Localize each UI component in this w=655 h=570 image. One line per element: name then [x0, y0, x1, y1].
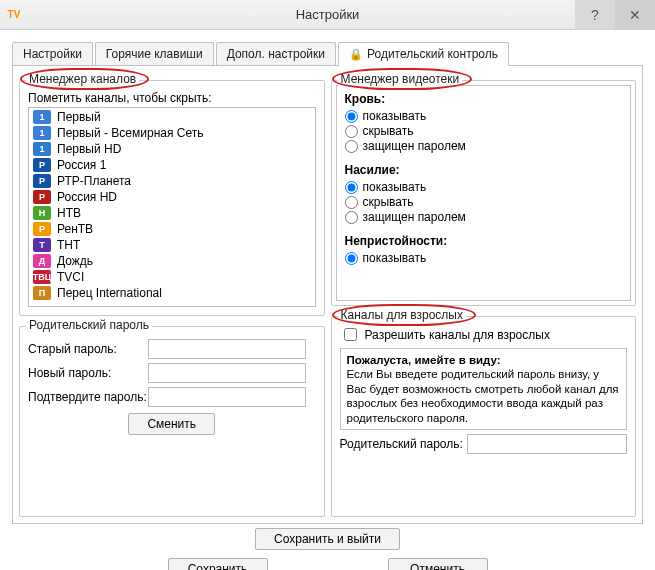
- channel-logo-icon: 1: [33, 142, 51, 156]
- close-button[interactable]: ✕: [615, 0, 655, 29]
- channel-logo-icon: 1: [33, 110, 51, 124]
- tab-parental-label: Родительский контроль: [367, 47, 498, 61]
- adult-password-label: Родительский пароль:: [340, 437, 463, 451]
- channel-caption: Пометить каналы, чтобы скрыть:: [28, 91, 316, 105]
- change-password-button[interactable]: Сменить: [128, 413, 215, 435]
- channel-name: РенТВ: [57, 222, 93, 236]
- channel-item[interactable]: PРоссия HD: [30, 189, 314, 205]
- filter-radio[interactable]: [345, 252, 358, 265]
- tab-content: Менеджер каналов Пометить каналы, чтобы …: [12, 66, 643, 524]
- filter-option[interactable]: показывать: [345, 109, 623, 123]
- adult-note[interactable]: Пожалуста, имейте в виду: Если Вы введет…: [340, 348, 628, 430]
- channel-name: Первый HD: [57, 142, 121, 156]
- channel-item[interactable]: 1Первый - Всемирная Сеть: [30, 125, 314, 141]
- filter-title: Непристойности:: [345, 234, 623, 248]
- filter-radio[interactable]: [345, 196, 358, 209]
- channel-list[interactable]: 1Первый1Первый - Всемирная Сеть1Первый H…: [28, 107, 316, 307]
- new-password-input[interactable]: [148, 363, 306, 383]
- allow-adult-checkbox[interactable]: [344, 328, 357, 341]
- filter-group: Непристойности:показывать: [345, 234, 623, 265]
- channel-logo-icon: Н: [33, 206, 51, 220]
- confirm-password-label: Подтвердите пароль:: [28, 390, 148, 404]
- window-buttons: ? ✕: [575, 0, 655, 29]
- channel-name: РТР-Планета: [57, 174, 131, 188]
- channel-name: Россия HD: [57, 190, 117, 204]
- filter-option-label: показывать: [363, 251, 427, 265]
- channel-item[interactable]: РРенТВ: [30, 221, 314, 237]
- filter-title: Насилие:: [345, 163, 623, 177]
- cancel-button[interactable]: Отменить: [388, 558, 488, 570]
- channel-item[interactable]: 1Первый HD: [30, 141, 314, 157]
- channel-item[interactable]: PРТР-Планета: [30, 173, 314, 189]
- filter-option[interactable]: скрывать: [345, 195, 623, 209]
- channel-name: Дождь: [57, 254, 93, 268]
- filter-option-label: скрывать: [363, 195, 414, 209]
- channel-name: Россия 1: [57, 158, 106, 172]
- filter-option[interactable]: защищен паролем: [345, 139, 623, 153]
- channel-logo-icon: П: [33, 286, 51, 300]
- channel-manager-legend: Менеджер каналов: [26, 72, 139, 86]
- tabstrip: Настройки Горячие клавиши Допол. настрой…: [12, 40, 643, 66]
- filter-option[interactable]: защищен паролем: [345, 210, 623, 224]
- window-title: Настройки: [0, 7, 655, 22]
- filter-option-label: скрывать: [363, 124, 414, 138]
- filter-option[interactable]: показывать: [345, 251, 623, 265]
- parental-password-legend: Родительский пароль: [26, 318, 152, 332]
- channel-item[interactable]: ТТНТ: [30, 237, 314, 253]
- app-icon: TV: [6, 7, 22, 23]
- channel-item[interactable]: ДДождь: [30, 253, 314, 269]
- titlebar: TV Настройки ? ✕: [0, 0, 655, 30]
- help-button[interactable]: ?: [575, 0, 615, 29]
- channel-name: TVCI: [57, 270, 84, 284]
- old-password-label: Старый пароль:: [28, 342, 148, 356]
- adult-channels-group: Каналы для взрослых Разрешить каналы для…: [331, 316, 637, 517]
- old-password-input[interactable]: [148, 339, 306, 359]
- confirm-password-input[interactable]: [148, 387, 306, 407]
- filter-radio[interactable]: [345, 125, 358, 138]
- channel-item[interactable]: ППерец International: [30, 285, 314, 301]
- parental-password-group: Родительский пароль Старый пароль: Новый…: [19, 326, 325, 517]
- adult-note-title: Пожалуста, имейте в виду:: [347, 354, 501, 366]
- filter-group: Кровь:показыватьскрыватьзащищен паролем: [345, 92, 623, 153]
- channel-manager-group: Менеджер каналов Пометить каналы, чтобы …: [19, 80, 325, 316]
- filter-option-label: защищен паролем: [363, 210, 466, 224]
- filter-option[interactable]: скрывать: [345, 124, 623, 138]
- filter-radio[interactable]: [345, 110, 358, 123]
- new-password-label: Новый пароль:: [28, 366, 148, 380]
- tab-settings[interactable]: Настройки: [12, 42, 93, 65]
- channel-name: Перец International: [57, 286, 162, 300]
- channel-logo-icon: P: [33, 158, 51, 172]
- filter-radio[interactable]: [345, 140, 358, 153]
- channel-name: Первый: [57, 110, 101, 124]
- channel-name: НТВ: [57, 206, 81, 220]
- channel-logo-icon: P: [33, 174, 51, 188]
- channel-logo-icon: Т: [33, 238, 51, 252]
- filter-radio[interactable]: [345, 211, 358, 224]
- filter-option-label: защищен паролем: [363, 139, 466, 153]
- filter-radio[interactable]: [345, 181, 358, 194]
- adult-password-input[interactable]: [467, 434, 627, 454]
- save-exit-button[interactable]: Сохранить и выйти: [255, 528, 400, 550]
- filter-option[interactable]: показывать: [345, 180, 623, 194]
- channel-logo-icon: ТВЦ: [33, 270, 51, 284]
- channel-logo-icon: Р: [33, 222, 51, 236]
- channel-item[interactable]: ТВЦTVCI: [30, 269, 314, 285]
- filter-group: Насилие:показыватьскрыватьзащищен пароле…: [345, 163, 623, 224]
- channel-name: Первый - Всемирная Сеть: [57, 126, 203, 140]
- tab-hotkeys[interactable]: Горячие клавиши: [95, 42, 214, 65]
- channel-item[interactable]: 1Первый: [30, 109, 314, 125]
- filter-option-label: показывать: [363, 180, 427, 194]
- content-filter-list[interactable]: Кровь:показыватьскрыватьзащищен паролемН…: [336, 85, 632, 301]
- filter-option-label: показывать: [363, 109, 427, 123]
- tab-parental[interactable]: 🔒 Родительский контроль: [338, 42, 509, 66]
- save-button[interactable]: Сохранить: [168, 558, 268, 570]
- channel-item[interactable]: ННТВ: [30, 205, 314, 221]
- channel-logo-icon: P: [33, 190, 51, 204]
- channel-item[interactable]: PРоссия 1: [30, 157, 314, 173]
- adult-channels-legend: Каналы для взрослых: [338, 308, 466, 322]
- allow-adult-label: Разрешить каналы для взрослых: [365, 328, 550, 342]
- filter-title: Кровь:: [345, 92, 623, 106]
- channel-name: ТНТ: [57, 238, 80, 252]
- tab-advanced[interactable]: Допол. настройки: [216, 42, 336, 65]
- channel-logo-icon: 1: [33, 126, 51, 140]
